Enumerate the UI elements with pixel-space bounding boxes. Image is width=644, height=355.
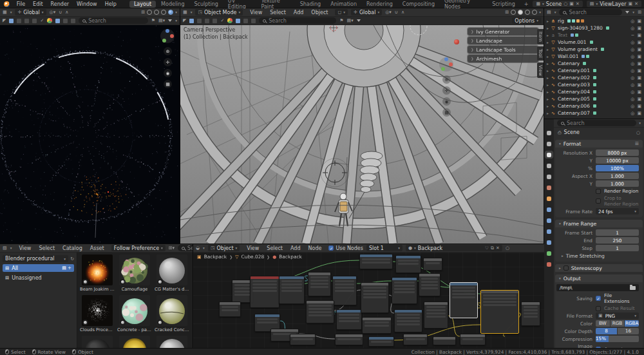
properties-tab-tool[interactable]: [545, 130, 553, 136]
copy-icon[interactable]: ⧉: [491, 245, 494, 251]
topbar-menu-item[interactable]: Help: [101, 1, 120, 7]
outliner-item[interactable]: ▸ a Text − ▣: [544, 32, 644, 39]
shader-node[interactable]: [424, 302, 448, 329]
topbar-menu-item[interactable]: Window: [73, 1, 101, 7]
zoom-icon[interactable]: ⊕: [442, 75, 451, 84]
shading-solid-icon[interactable]: [154, 10, 159, 15]
shading-material-icon[interactable]: [525, 10, 530, 15]
asset-item[interactable]: Clouds Procedura...: [80, 295, 115, 332]
transform-orientation-dropdown[interactable]: ✛ Global▾: [15, 9, 46, 15]
outliner-item[interactable]: ▸ ∿ Catenary.002 ◎ ▣: [544, 74, 644, 81]
properties-tab-material[interactable]: [545, 261, 553, 267]
option-toggle-2[interactable]: [243, 19, 248, 23]
shading-material-icon[interactable]: [161, 10, 166, 15]
camera-visibility-icon[interactable]: ▣: [637, 75, 641, 81]
camera-visibility-icon[interactable]: ▣: [637, 97, 641, 102]
magnet-icon[interactable]: ∪: [59, 10, 62, 15]
resolution-x-field[interactable]: 8000 px: [596, 149, 639, 156]
topbar-menu-item[interactable]: File: [13, 1, 29, 7]
color-wheel-icon[interactable]: [47, 18, 52, 23]
workspace-tab[interactable]: Rendering: [362, 1, 397, 8]
node-menu-item[interactable]: Add: [287, 245, 305, 251]
editor-type-icon[interactable]: ▧: [3, 245, 7, 251]
filter-icon[interactable]: [625, 11, 629, 14]
aspect-y-field[interactable]: 1.000: [596, 180, 639, 187]
shading-wireframe-icon[interactable]: [511, 10, 516, 15]
filter-icon[interactable]: [168, 19, 172, 22]
new-collection-icon[interactable]: ⊞: [638, 10, 641, 15]
workspace-tab[interactable]: Animation: [326, 1, 361, 8]
crop-checkbox[interactable]: [596, 198, 601, 204]
panel-format-header[interactable]: ▾Format ☰: [555, 140, 643, 148]
filter-icon[interactable]: [357, 19, 361, 22]
view-object-types-dropdown[interactable]: ◻▾: [335, 9, 348, 15]
asset-source-dropdown[interactable]: Follow Preferences▾: [111, 245, 166, 251]
material-selector[interactable]: ●▾ Backpack ♡ ⧉ ✕: [406, 245, 502, 251]
perspective-toggle-icon[interactable]: ▦: [164, 80, 172, 88]
shader-node[interactable]: [279, 276, 305, 304]
color-rgba-option[interactable]: RGBA: [625, 320, 639, 327]
frame-step-field[interactable]: 1: [596, 245, 639, 251]
depth-16-option[interactable]: 16: [618, 328, 639, 334]
navigation-gizmo[interactable]: [160, 29, 175, 43]
properties-options-icon[interactable]: ▾: [639, 121, 641, 125]
asset-item[interactable]: [80, 336, 115, 348]
sidebar-tab[interactable]: Item: [537, 29, 544, 44]
shading-wireframe-icon[interactable]: [147, 10, 152, 15]
viewport-menu-item[interactable]: Select: [266, 10, 290, 15]
workspace-tab[interactable]: Modeling: [156, 1, 189, 8]
properties-tab-view-layer[interactable]: [545, 162, 553, 169]
aspect-x-field[interactable]: 1.000: [596, 173, 639, 179]
dropdown-check-icon[interactable]: ✓: [220, 18, 224, 23]
viewport-menu-item[interactable]: View: [246, 10, 266, 15]
file-format-dropdown[interactable]: ▣PNG▾: [596, 312, 639, 319]
catalog-item[interactable]: ▤ All ▤ +: [3, 264, 74, 272]
asset-search-input[interactable]: Search: [178, 245, 193, 251]
asset-item[interactable]: [155, 336, 189, 348]
refresh-icon[interactable]: ↻: [70, 256, 74, 262]
blender-logo-icon[interactable]: [4, 1, 10, 7]
pin-icon[interactable]: ○: [506, 245, 509, 251]
mode-toggle-1[interactable]: [189, 19, 194, 23]
shading-solid-icon[interactable]: [518, 10, 523, 15]
shader-node[interactable]: [336, 309, 362, 330]
mode-toggle-2[interactable]: [197, 19, 202, 23]
display-mode-icon[interactable]: ▤▾: [347, 18, 354, 23]
pin-icon[interactable]: ○: [636, 130, 640, 135]
unlink-icon[interactable]: ✕: [496, 245, 500, 251]
move-view-icon[interactable]: ✛: [164, 58, 172, 66]
scene-selector[interactable]: ▦▾ Scene ○ ▣ ✕: [533, 1, 582, 7]
shader-node[interactable]: [308, 272, 331, 296]
shader-node[interactable]: [521, 302, 540, 326]
node-menu-item[interactable]: Select: [263, 245, 287, 251]
asset-item[interactable]: [117, 336, 152, 348]
snap-target-icon[interactable]: ◎▾: [50, 10, 56, 15]
color-bw-option[interactable]: BW: [596, 320, 610, 327]
properties-tab-world[interactable]: [545, 184, 553, 191]
hide-eye-icon[interactable]: ◎: [630, 104, 634, 109]
properties-tab-physics[interactable]: [545, 228, 553, 235]
xray-icon[interactable]: ⊞: [141, 10, 145, 15]
presets-icon[interactable]: ☰: [635, 141, 639, 146]
workspace-tab[interactable]: Layout: [129, 1, 156, 8]
display-mode-icon[interactable]: ▤▾: [158, 18, 165, 23]
properties-tab-object-data[interactable]: [545, 250, 553, 256]
panel-stereoscopy-header[interactable]: ▸Stereoscopy: [555, 264, 643, 272]
sidebar-panel-header[interactable]: ❯Landscape: [468, 37, 538, 44]
color-wheel-icon[interactable]: [227, 18, 232, 23]
topbar-menu-item[interactable]: Render: [47, 1, 73, 7]
shader-node[interactable]: [368, 336, 394, 347]
properties-tab-output[interactable]: [545, 151, 553, 158]
navigation-gizmo[interactable]: [439, 57, 453, 72]
properties-search-input[interactable]: Search: [557, 120, 636, 126]
sidebar-panel-header[interactable]: ❯Archimesh: [468, 55, 538, 62]
mode-dropdown[interactable]: ◳ Object Mode▾: [195, 9, 243, 15]
zoom-icon[interactable]: ⊕: [164, 47, 172, 55]
shader-type-dropdown[interactable]: ◳Object▾: [208, 245, 240, 251]
shader-node[interactable]: [332, 276, 357, 305]
proportional-edit-icon[interactable]: ∧: [65, 10, 68, 15]
outliner-item[interactable]: ▸ ∿ Catenary.004 ◎ ▣: [544, 88, 644, 95]
hide-eye-icon[interactable]: ◎: [630, 90, 634, 95]
hide-eye-icon[interactable]: ◎: [630, 97, 634, 102]
asset-item[interactable]: Concrete - painte...: [117, 295, 152, 332]
